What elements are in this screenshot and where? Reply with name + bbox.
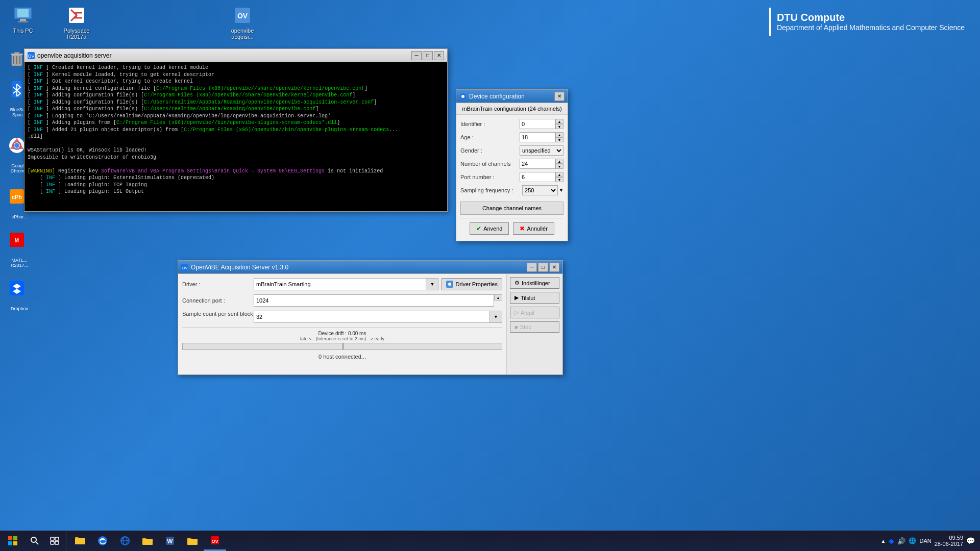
- svg-line-39: [36, 542, 38, 544]
- apply-btn[interactable]: ✔ Anvend: [470, 222, 509, 235]
- svg-text:M: M: [15, 238, 19, 243]
- terminal-maximize-btn[interactable]: □: [423, 51, 433, 60]
- openvibe-title-left: OV OpenViBE Acquisition Server v1.3.0: [181, 264, 288, 271]
- dtu-divider: [769, 8, 771, 36]
- num-channels-spin-up[interactable]: ▲: [555, 159, 564, 164]
- sampling-freq-select[interactable]: 250 500 1000: [522, 185, 558, 195]
- tray-expand-icon[interactable]: ▲: [881, 538, 886, 544]
- connection-port-spin-up[interactable]: ▲: [494, 294, 502, 300]
- taskbar-ie-btn[interactable]: [114, 531, 136, 551]
- matlab-icon[interactable]: M: [4, 227, 30, 253]
- terminal-close-btn[interactable]: ✕: [434, 51, 444, 60]
- svg-rect-37: [13, 541, 17, 545]
- cancel-btn[interactable]: ✖ Annullér: [513, 222, 554, 235]
- identifier-input[interactable]: [520, 119, 555, 129]
- tray-dropbox-icon[interactable]: ◆: [889, 537, 894, 545]
- num-channels-input[interactable]: [520, 159, 555, 169]
- device-config-title-left: Device configuration: [459, 93, 525, 100]
- terminal-line: [ INF ] Got kernel descriptor, trying to…: [28, 78, 444, 85]
- identifier-spin-down[interactable]: ▼: [555, 124, 564, 129]
- driver-input[interactable]: [254, 278, 426, 290]
- desktop-icon-openvibe[interactable]: OV openvibe acquisi...: [225, 5, 260, 40]
- driver-dropdown-btn[interactable]: ▼: [426, 278, 438, 290]
- indstillinger-btn[interactable]: ⚙ Indstillinger: [510, 277, 559, 289]
- terminal-line: [28, 161, 444, 168]
- action-center-icon[interactable]: 💬: [966, 537, 975, 545]
- taskbar-explorer-btn[interactable]: [181, 531, 204, 551]
- afspil-btn[interactable]: ▷ Afspil: [510, 307, 559, 318]
- identifier-label: Identifier :: [460, 121, 485, 127]
- tray-icons: ▲ ◆ 🔊 🌐 DAN: [881, 537, 932, 545]
- svg-text:OV: OV: [182, 266, 187, 270]
- age-spin-down[interactable]: ▼: [555, 137, 564, 142]
- change-channel-names-btn[interactable]: Change channel names: [460, 202, 564, 215]
- desktop-icon-this-pc[interactable]: This PC: [5, 5, 41, 40]
- identifier-spin-up[interactable]: ▲: [555, 119, 564, 124]
- driver-properties-btn[interactable]: Driver Properties: [442, 278, 502, 290]
- terminal-title-text: openvibe acquisition server: [37, 52, 111, 59]
- openvibe-maximize-btn[interactable]: □: [538, 263, 548, 272]
- indstillinger-icon: ⚙: [514, 280, 520, 286]
- clock-date: 28-06-2017: [935, 541, 963, 547]
- terminal-minimize-btn[interactable]: ─: [411, 51, 422, 60]
- openvibe-minimize-btn[interactable]: ─: [527, 263, 537, 272]
- terminal-line: [ INF ] Adding configuration file(s) [C:…: [28, 99, 444, 106]
- tilslut-btn[interactable]: ▶ Tilslut: [510, 292, 559, 304]
- taskbar-word-btn[interactable]: W: [159, 531, 181, 551]
- afspil-label: Afspil: [521, 310, 534, 316]
- start-button[interactable]: [0, 531, 26, 551]
- sampling-freq-label: Sampling frequency :: [460, 187, 513, 193]
- openvibe-icon: OV: [232, 5, 253, 26]
- this-pc-label: This PC: [13, 28, 33, 34]
- connection-port-input[interactable]: [254, 294, 494, 307]
- taskbar-search-btn[interactable]: [26, 531, 43, 551]
- terminal-line: [ INF ] Adding plugins from [C:/Program …: [28, 119, 444, 127]
- svg-text:OV: OV: [211, 539, 218, 544]
- taskbar-clock[interactable]: 09:59 28-06-2017: [935, 535, 963, 547]
- age-label: Age :: [460, 134, 474, 140]
- terminal-line: WSAStartup() is OK, Winsock lib loaded!: [28, 147, 444, 154]
- taskbar-edge-btn[interactable]: [91, 531, 114, 551]
- taskbar-openvibe-btn[interactable]: OV: [204, 531, 226, 551]
- stop-icon: ■: [514, 324, 518, 330]
- device-config-close-btn[interactable]: ✕: [554, 92, 565, 101]
- port-number-spin-down[interactable]: ▼: [555, 177, 564, 182]
- age-spin: ▲ ▼: [555, 132, 564, 142]
- svg-rect-1: [17, 9, 29, 17]
- stop-btn[interactable]: ■ Stop: [510, 321, 559, 333]
- terminal-line: [WARNING] Registery key Software\VB and …: [28, 168, 444, 175]
- port-number-input[interactable]: [520, 172, 555, 182]
- taskbar-file-explorer-btn[interactable]: [69, 531, 91, 551]
- dropbox-icon[interactable]: [4, 276, 30, 301]
- openvibe-sidebar: ⚙ Indstillinger ▶ Tilslut ▷ Afspil ■ Sto…: [506, 274, 562, 374]
- svg-point-38: [31, 537, 36, 542]
- driver-properties-label: Driver Properties: [455, 281, 498, 287]
- sample-count-input[interactable]: [254, 311, 490, 323]
- taskbar-folder-btn[interactable]: [136, 531, 159, 551]
- sampling-freq-input-group: 250 500 1000 ▼: [522, 185, 564, 195]
- terminal-line: [ INF ] Loading plugin: ExternalStimulat…: [28, 174, 444, 182]
- tray-speaker-icon[interactable]: 🔊: [897, 537, 905, 545]
- sample-count-dropdown-btn[interactable]: ▼: [490, 311, 502, 323]
- tilslut-icon: ▶: [514, 294, 519, 301]
- num-channels-spin-down[interactable]: ▼: [555, 164, 564, 169]
- desktop-icon-polyspace[interactable]: Polyspace R2017a: [59, 5, 94, 40]
- dropbox-label: Dropbox: [4, 306, 35, 311]
- age-input[interactable]: [520, 132, 555, 142]
- apply-icon: ✔: [476, 225, 481, 232]
- port-number-input-group: ▲ ▼: [520, 172, 564, 182]
- tray-network-icon[interactable]: 🌐: [909, 537, 916, 544]
- gender-select[interactable]: unspecified male female: [520, 145, 564, 156]
- port-number-label: Port number :: [460, 174, 495, 180]
- port-number-row: Port number : ▲ ▼: [460, 172, 564, 182]
- port-number-spin-up[interactable]: ▲: [555, 172, 564, 177]
- age-spin-up[interactable]: ▲: [555, 132, 564, 137]
- sampling-freq-dropdown-arrow: ▼: [559, 188, 564, 193]
- svg-rect-44: [75, 538, 85, 544]
- taskbar-task-view-btn[interactable]: [43, 531, 66, 551]
- port-number-spin: ▲ ▼: [555, 172, 564, 182]
- openvibe-close-btn[interactable]: ✕: [549, 263, 559, 272]
- svg-text:OV: OV: [28, 54, 34, 59]
- drift-marker: [342, 343, 344, 349]
- terminal-line: [ INF ] Created kernel loader, trying to…: [28, 64, 444, 71]
